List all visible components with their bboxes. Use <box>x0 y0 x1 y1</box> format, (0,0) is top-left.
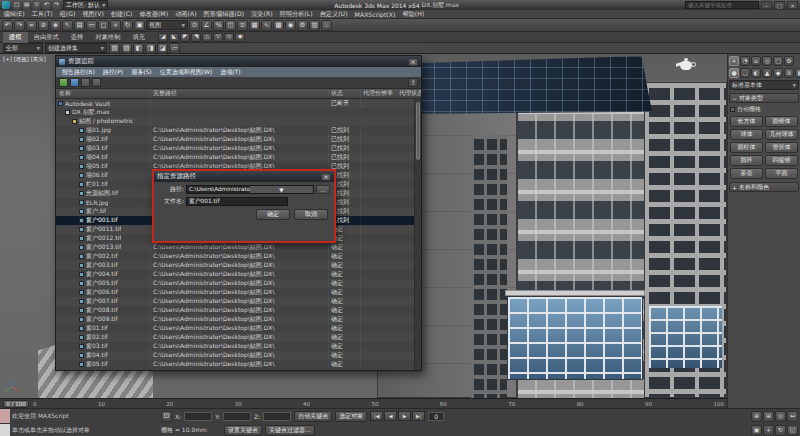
x-coord-field[interactable] <box>184 412 212 421</box>
object-type-button[interactable]: 管状体 <box>765 142 798 153</box>
name-and-color-rollout[interactable]: + 名称和颜色 <box>729 182 799 192</box>
y-coord-field[interactable] <box>223 412 251 421</box>
select-object-icon[interactable]: ↖ <box>62 20 73 31</box>
menu-item[interactable]: 组(G) <box>56 10 79 19</box>
auto-key-button[interactable]: 自动关键点 <box>294 411 332 422</box>
unlink-selection-icon[interactable]: ⊘ <box>38 20 49 31</box>
current-frame-field[interactable] <box>428 412 444 421</box>
curve-editor-icon[interactable]: ∿ <box>261 20 272 31</box>
ribbon-polygon-tool-icon[interactable]: ◣ <box>169 33 179 42</box>
ribbon-tab[interactable]: 对象绘制 <box>89 32 126 43</box>
column-full-path[interactable]: 完整路径 <box>151 89 329 98</box>
ribbon-tab[interactable]: 填充 <box>127 32 152 43</box>
spinner-snap-icon[interactable]: ◨ <box>145 43 156 54</box>
menu-item[interactable]: 修改器(M) <box>136 10 172 19</box>
select-and-rotate-icon[interactable]: ↻ <box>122 20 133 31</box>
ribbon-polygon-tool-icon[interactable]: △ <box>202 33 212 42</box>
asset-row[interactable]: 墙04.tif C:\Users\Administrator\Desktop\贴… <box>56 153 421 162</box>
helpers-category-icon[interactable]: ◆ <box>773 68 783 78</box>
primitive-category-dropdown[interactable]: 标准基本体▼ <box>729 80 799 90</box>
menu-item[interactable]: 渲染(R) <box>248 10 277 19</box>
menu-item[interactable]: 创建(C) <box>107 10 136 19</box>
asset-row[interactable]: 窗户005.tif C:\Users\Administrator\Desktop… <box>56 279 421 288</box>
mirror-icon[interactable]: ◫ <box>225 20 236 31</box>
vertical-scrollbar[interactable] <box>414 99 421 370</box>
object-type-button[interactable]: 球体 <box>730 129 763 140</box>
use-pivot-point-icon[interactable]: ⊙ <box>189 20 200 31</box>
teapot-object[interactable] <box>676 57 696 71</box>
asset-row[interactable]: 墙03.tif C:\Users\Administrator\Desktop\贴… <box>56 144 421 153</box>
new-scene-icon[interactable]: □ <box>12 1 21 10</box>
asset-row[interactable]: 墙01.jpg C:\Users\Administrator\Desktop\贴… <box>56 126 421 135</box>
selected-objects-dropdown[interactable]: 选定对象 <box>335 411 367 422</box>
column-name[interactable]: 名称 <box>56 89 151 98</box>
object-type-button[interactable]: 茶壶 <box>730 168 763 179</box>
chevron-down-icon[interactable]: ▼ <box>250 186 313 193</box>
systems-category-icon[interactable]: ▦ <box>795 68 800 78</box>
asset-dialog-menu-item[interactable]: 选项(T) <box>216 68 244 77</box>
asset-row[interactable]: 窗01.tif C:\Users\Administrator\Desktop\贴… <box>56 324 421 333</box>
filename-input[interactable] <box>186 197 288 206</box>
menu-item[interactable]: MAXScript(X) <box>351 11 399 18</box>
asset-row[interactable]: DX.别墅.max <box>56 108 421 117</box>
selection-lock-icon[interactable]: ⊡ <box>161 411 172 422</box>
asset-row[interactable]: 窗05.tif C:\Users\Administrator\Desktop\贴… <box>56 360 421 369</box>
title-bar[interactable]: □▤▽↶↷ 工作区: 默认▼ Autodesk 3ds Max 2014 x64… <box>0 0 800 10</box>
select-and-link-icon[interactable]: ∞ <box>26 20 37 31</box>
shapes-category-icon[interactable]: ◡ <box>740 68 750 78</box>
render-setup-icon[interactable]: ⚙ <box>297 20 308 31</box>
ribbon-tab[interactable]: 建模 <box>3 32 28 43</box>
menu-item[interactable]: 图形编辑器(D) <box>200 10 248 19</box>
object-type-button[interactable]: 圆环 <box>730 155 763 166</box>
snap-toggle-icon[interactable]: ◧ <box>133 43 144 54</box>
asset-options-icon[interactable] <box>81 78 90 87</box>
menu-item[interactable]: 帮助(H) <box>399 10 428 19</box>
hierarchy-tab-icon[interactable]: ⌂ <box>751 56 761 66</box>
asset-row[interactable]: 窗03.tif C:\Users\Administrator\Desktop\贴… <box>56 342 421 351</box>
maxscript-mini-listener[interactable] <box>0 409 10 436</box>
redo-icon[interactable]: ↷ <box>52 1 61 10</box>
ribbon-tab[interactable]: 选择 <box>65 32 90 43</box>
refresh-assets-icon[interactable] <box>59 78 68 87</box>
rendered-frame-window-icon[interactable]: ▥ <box>309 20 320 31</box>
asset-row[interactable]: 墙02.tif C:\Users\Administrator\Desktop\贴… <box>56 135 421 144</box>
pan-view-icon[interactable]: + <box>763 425 774 436</box>
align-icon[interactable]: ≡ <box>237 20 248 31</box>
maximize-viewport-toggle-icon[interactable]: ◱ <box>787 425 798 436</box>
object-type-button[interactable]: 长方体 <box>730 116 763 127</box>
asset-row[interactable]: 窗户003.tif C:\Users\Administrator\Desktop… <box>56 261 421 270</box>
ribbon-polygon-tool-icon[interactable]: ◤ <box>180 33 190 42</box>
ribbon-polygon-tool-icon[interactable]: ◆ <box>235 33 245 42</box>
orbit-viewport-icon[interactable]: ↻ <box>775 425 786 436</box>
ribbon-polygon-tool-icon[interactable]: ▽ <box>213 33 223 42</box>
go-to-end-button[interactable]: ▶| <box>412 411 425 421</box>
menu-item[interactable]: 工具(T) <box>28 10 56 19</box>
listener-macro-line[interactable] <box>0 409 10 424</box>
named-selection-sets-dropdown[interactable]: 创建选择集▼ <box>45 43 107 53</box>
asset-dialog-title-bar[interactable]: 资源追踪 × <box>56 56 421 67</box>
lock-selection-icon[interactable]: ▨ <box>121 43 132 54</box>
column-status[interactable]: 状态 <box>329 89 361 98</box>
key-filters-button[interactable]: 关键点过滤器... <box>265 425 315 436</box>
previous-frame-button[interactable]: ◀ <box>384 411 397 421</box>
window-crossing-toggle-icon[interactable]: ◻ <box>98 20 109 31</box>
minimize-button[interactable]: – <box>761 1 772 9</box>
undo-icon[interactable]: ↶ <box>2 20 13 31</box>
ribbon-polygon-tool-icon[interactable]: ◥ <box>191 33 201 42</box>
object-type-button[interactable]: 圆柱体 <box>730 142 763 153</box>
menu-item[interactable]: 视图(V) <box>79 10 107 19</box>
browse-asset-icon[interactable] <box>70 78 79 87</box>
cameras-category-icon[interactable]: ▲ <box>762 68 772 78</box>
menu-item[interactable]: 照明分析(L) <box>276 10 316 19</box>
material-editor-icon[interactable]: ◉ <box>285 20 296 31</box>
menu-item[interactable]: 动画(A) <box>172 10 200 19</box>
asset-dialog-menu-item[interactable]: 服务(S) <box>127 68 156 77</box>
help-icon[interactable]: ? <box>408 78 418 87</box>
bind-to-space-warp-icon[interactable]: ◈ <box>50 20 61 31</box>
asset-row[interactable]: 窗户009.tif C:\Users\Administrator\Desktop… <box>56 315 421 324</box>
reference-coordinate-dropdown[interactable]: 视图▼ <box>146 20 188 30</box>
utilities-tab-icon[interactable]: ⚙ <box>784 56 794 66</box>
schematic-view-icon[interactable]: ▩ <box>273 20 284 31</box>
redo-icon[interactable]: ↷ <box>14 20 25 31</box>
scrollbar-thumb[interactable] <box>416 102 420 160</box>
